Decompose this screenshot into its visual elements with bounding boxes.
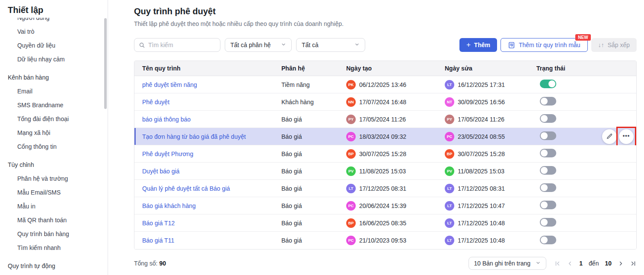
pagination: 1 đến 10 — [554, 260, 637, 267]
sidebar-scrollbar[interactable] — [104, 18, 107, 109]
module-filter-dropdown[interactable]: Tất cả phân hệ — [225, 38, 292, 52]
chevron-down-icon — [536, 260, 541, 267]
col-header-module: Phân hệ — [281, 65, 346, 72]
sidebar-item[interactable]: Tổng đài điện thoại — [0, 112, 108, 126]
table-header-row: Tên quy trình Phân hệ Ngày tạo Ngày sửa … — [134, 61, 636, 76]
prev-page-button[interactable] — [567, 260, 573, 267]
status-toggle[interactable] — [540, 236, 556, 244]
created-date: 16/06/2025 08:35 — [359, 220, 406, 227]
records-per-page-dropdown[interactable]: 10 Bản ghi trên trang — [469, 257, 547, 270]
sidebar-item[interactable]: Phân hệ và trường — [0, 172, 108, 185]
sidebar-item[interactable]: Quy trình bán hàng — [0, 227, 108, 241]
table-row[interactable]: Báo giá T11 Báo giá PC 21/10/2023 09:53 … — [134, 232, 636, 249]
chevron-down-icon — [281, 42, 286, 48]
status-toggle[interactable] — [540, 97, 556, 106]
status-toggle[interactable] — [540, 201, 556, 209]
sidebar-item[interactable]: Mẫu Email/SMS — [0, 185, 108, 199]
toolbar: Tất cả phân hệ Tất cả + Thêm Thêm từ quy… — [134, 38, 637, 52]
table-row[interactable]: Báo giá T12 Báo giá BP 16/06/2025 08:35 … — [134, 214, 636, 232]
sidebar-item[interactable]: Tìm kiếm nhanh — [0, 241, 108, 255]
table-row[interactable]: Tạo đơn hàng từ báo giá đã phê duyệt Báo… — [134, 128, 636, 145]
settings-sidebar: Thiết lập Người dùngVai tròQuyền dữ liệu… — [0, 0, 108, 275]
sidebar-item[interactable]: Dữ liệu nhạy cảm — [0, 52, 108, 66]
sidebar-item[interactable]: Quyền dữ liệu — [0, 38, 108, 52]
sidebar-section-header: Tùy chỉnh — [0, 158, 108, 172]
module-cell: Báo giá — [281, 202, 346, 209]
created-date: 21/10/2023 09:53 — [359, 237, 406, 244]
search-input[interactable] — [148, 42, 216, 48]
module-cell: Tiềm năng — [281, 81, 346, 88]
status-toggle[interactable] — [540, 131, 556, 140]
module-cell: Khách hàng — [281, 99, 346, 106]
table-row[interactable]: Phê duyệt Phương Báo giá BP 30/07/2025 1… — [134, 145, 636, 163]
updated-date: 17/12/2025 08:31 — [458, 185, 505, 192]
updated-date: 30/09/2025 16:56 — [458, 99, 505, 106]
sidebar-group: Quy trình tự động — [0, 259, 108, 273]
table-row[interactable]: Báo giá khách hàng Báo giá PC 20/06/2024… — [134, 197, 636, 214]
add-button[interactable]: + Thêm — [459, 38, 497, 52]
sidebar-item[interactable]: Email — [0, 84, 108, 98]
updated-by-avatar: BP — [445, 149, 454, 159]
sidebar-item[interactable]: SMS Brandname — [0, 98, 108, 112]
col-header-updated: Ngày sửa — [445, 65, 536, 72]
more-button[interactable]: ••• — [619, 129, 634, 144]
sidebar-item[interactable]: Mạng xã hội — [0, 126, 108, 140]
table-row[interactable]: Duyệt báo giá Báo giá PV 11/08/2025 15:0… — [134, 163, 636, 180]
sidebar-title: Thiết lập — [0, 0, 108, 18]
edit-button[interactable] — [602, 129, 617, 144]
process-name-link[interactable]: Báo giá khách hàng — [142, 202, 196, 209]
process-name-link[interactable]: Tạo đơn hàng từ báo giá đã phê duyệt — [142, 133, 246, 140]
sidebar-item[interactable]: Người dùng — [0, 18, 108, 25]
status-toggle[interactable] — [540, 218, 556, 227]
sidebar-item[interactable]: Mẫu in — [0, 199, 108, 213]
total-pages: 10 — [605, 260, 612, 267]
sort-button[interactable]: ↓↑ Sắp xếp — [591, 38, 637, 52]
sidebar-group: Kênh bán hàng EmailSMS BrandnameTổng đài… — [0, 70, 108, 153]
first-page-button[interactable] — [554, 260, 561, 267]
process-name-link[interactable]: Phê duyệt — [142, 99, 169, 106]
module-filter-value: Tất cả phân hệ — [230, 42, 271, 48]
created-by-avatar: BP — [346, 149, 356, 159]
process-name-link[interactable]: Duyệt báo giá — [142, 168, 179, 175]
process-name-link[interactable]: Báo giá T12 — [142, 220, 175, 227]
page-subtitle: Thiết lập phê duyệt theo một hoặc nhiều … — [134, 20, 637, 27]
process-name-link[interactable]: Phê duyệt Phương — [142, 150, 193, 157]
pencil-icon — [606, 133, 613, 140]
updated-date: 30/07/2025 15:28 — [458, 150, 505, 157]
created-by-avatar: LT — [346, 184, 356, 193]
table-row[interactable]: phê duyệt tiềm năng Tiềm năng PK 06/12/2… — [134, 76, 636, 93]
plus-icon: + — [466, 41, 471, 49]
table-row[interactable]: báo giá thông báo Báo giá PY 17/05/2024 … — [134, 111, 636, 128]
add-from-template-button[interactable]: Thêm từ quy trình mẫu NEW — [501, 38, 587, 52]
status-toggle[interactable] — [540, 114, 556, 123]
updated-date: 11/08/2025 15:03 — [458, 168, 504, 175]
status-toggle[interactable] — [540, 166, 556, 175]
status-toggle[interactable] — [540, 149, 556, 157]
table-row[interactable]: Quản lý phê duyệt tất cả Báo giá Báo giá… — [134, 180, 636, 197]
updated-by-avatar: PC — [445, 132, 454, 141]
col-header-created: Ngày tạo — [346, 65, 445, 72]
status-toggle[interactable] — [540, 80, 556, 88]
next-page-button[interactable] — [618, 260, 624, 267]
sidebar-item[interactable]: Mã QR thanh toán — [0, 213, 108, 227]
process-name-link[interactable]: phê duyệt tiềm năng — [142, 81, 197, 88]
updated-by-avatar: LT — [445, 201, 454, 211]
updated-by-avatar: LT — [445, 184, 454, 193]
status-filter-dropdown[interactable]: Tất cả — [296, 38, 365, 52]
page-separator: đến — [589, 260, 599, 267]
process-name-link[interactable]: Quản lý phê duyệt tất cả Báo giá — [142, 185, 230, 192]
table-row[interactable]: Phê duyệt Khách hàng NN 17/07/2024 16:48… — [134, 93, 636, 111]
last-page-button[interactable] — [630, 260, 637, 267]
updated-by-avatar: NT — [445, 97, 454, 107]
status-toggle[interactable] — [540, 183, 556, 192]
table-body: phê duyệt tiềm năng Tiềm năng PK 06/12/2… — [134, 76, 636, 249]
search-box[interactable] — [134, 38, 220, 52]
process-name-link[interactable]: Báo giá T11 — [142, 237, 174, 244]
created-date: 17/07/2024 16:48 — [359, 99, 406, 106]
sidebar-item[interactable]: Vai trò — [0, 25, 108, 38]
updated-by-avatar: LT — [445, 218, 454, 228]
module-cell: Báo giá — [281, 220, 346, 227]
sidebar-item[interactable]: Cổng thông tin — [0, 140, 108, 153]
process-name-link[interactable]: báo giá thông báo — [142, 116, 191, 123]
updated-date: 23/05/2024 08:55 — [458, 133, 505, 140]
